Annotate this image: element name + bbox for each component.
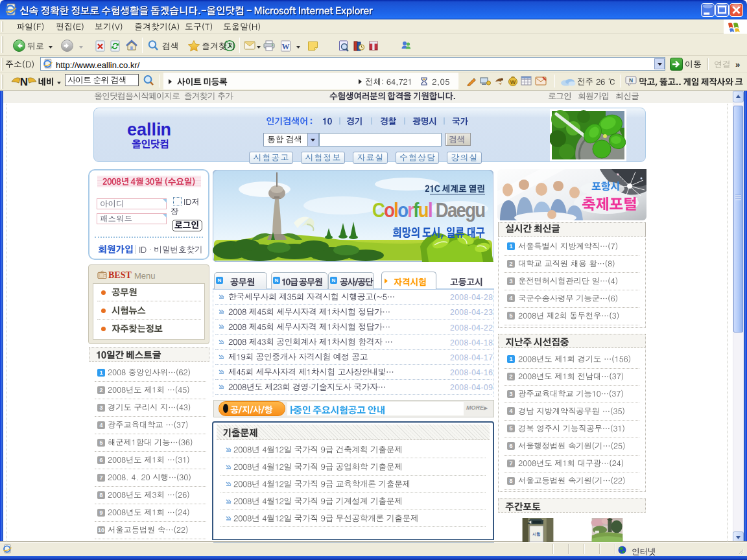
svg-text:N: N [629, 77, 633, 84]
svg-text:N: N [20, 76, 28, 88]
svg-text:시험: 시험 [532, 531, 540, 537]
svg-text:W: W [282, 42, 290, 51]
svg-text:W: W [510, 79, 516, 86]
